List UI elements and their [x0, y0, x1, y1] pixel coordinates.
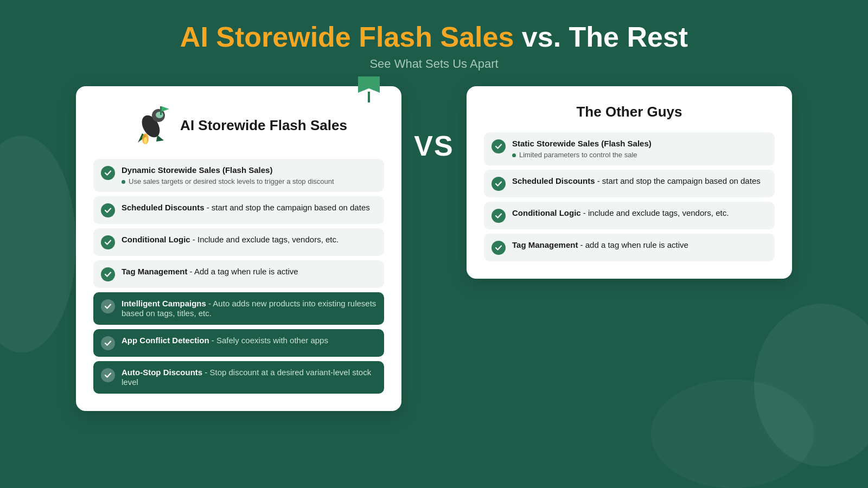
feature-title-tag-management: Tag Management - Add a tag when rule is … [122, 267, 376, 277]
feature-desc-tag-management: - Add a tag when rule is active [187, 267, 298, 276]
check-icon-conditional-logic-r [492, 209, 506, 223]
check-icon-scheduled-discounts-r [492, 177, 506, 191]
check-icon-auto-stop [101, 368, 115, 382]
feature-content-tag-management-r: Tag Management - add a tag when rule is … [512, 240, 767, 250]
feature-bold-conditional-logic: Conditional Logic [122, 235, 190, 244]
feature-content-scheduled-discounts-r: Scheduled Discounts - start and stop the… [512, 176, 767, 186]
vs-label: VS [414, 130, 454, 162]
left-card-title: AI Storewide Flash Sales [180, 117, 347, 134]
comparison-area: AI Storewide Flash Sales Dynamic Storewi… [38, 86, 830, 411]
feature-title-conditional-logic-r: Conditional Logic - include and exclude … [512, 208, 767, 218]
right-feature-list: Static Storewide Sales (Flash Sales)Limi… [484, 132, 775, 261]
check-icon-app-conflict [101, 336, 115, 350]
header: AI Storewide Flash Sales vs. The Rest Se… [180, 22, 688, 71]
feature-title-scheduled-discounts-r: Scheduled Discounts - start and stop the… [512, 176, 767, 186]
feature-title-conditional-logic: Conditional Logic - Include and exclude … [122, 235, 376, 245]
feature-sub-text-dynamic-sales: Use sales targets or desired stock level… [129, 177, 334, 185]
feature-content-auto-stop: Auto-Stop Discounts - Stop discount at a… [122, 368, 376, 387]
feature-sub-dynamic-sales: Use sales targets or desired stock level… [122, 177, 376, 185]
svg-point-8 [144, 137, 147, 144]
check-icon-intelligent-campaigns [101, 299, 115, 313]
right-card-title: The Other Guys [484, 104, 775, 120]
svg-point-4 [156, 112, 163, 118]
svg-marker-10 [162, 106, 169, 112]
check-icon-conditional-logic [101, 235, 115, 249]
feature-content-scheduled-discounts: Scheduled Discounts - start and stop the… [122, 203, 376, 213]
feature-bold-auto-stop: Auto-Stop Discounts [122, 368, 202, 377]
feature-bold-scheduled-discounts-r: Scheduled Discounts [512, 176, 595, 185]
feature-item-tag-management-r: Tag Management - add a tag when rule is … [484, 234, 775, 261]
svg-marker-1 [358, 76, 380, 93]
subtitle: See What Sets Us Apart [180, 57, 688, 71]
title-rest: vs. The Rest [514, 21, 688, 53]
check-icon-scheduled-discounts [101, 203, 115, 217]
title-brand: AI Storewide Flash Sales [180, 21, 514, 53]
feature-content-dynamic-sales: Dynamic Storewide Sales (Flash Sales)Use… [122, 165, 376, 185]
feature-item-static-sales: Static Storewide Sales (Flash Sales)Limi… [484, 132, 775, 165]
feature-bold-conditional-logic-r: Conditional Logic [512, 208, 581, 217]
feature-content-conditional-logic: Conditional Logic - Include and exclude … [122, 235, 376, 245]
feature-content-intelligent-campaigns: Intelligent Campaigns - Auto adds new pr… [122, 299, 376, 318]
feature-bold-tag-management: Tag Management [122, 267, 187, 276]
feature-sub-text-static-sales: Limited parameters to control the sale [519, 151, 637, 159]
feature-item-conditional-logic: Conditional Logic - Include and exclude … [93, 228, 384, 256]
feature-item-tag-management: Tag Management - Add a tag when rule is … [93, 260, 384, 288]
feature-content-static-sales: Static Storewide Sales (Flash Sales)Limi… [512, 139, 767, 159]
feature-bold-scheduled-discounts: Scheduled Discounts [122, 203, 205, 212]
feature-item-conditional-logic-r: Conditional Logic - include and exclude … [484, 202, 775, 229]
feature-bold-static-sales: Static Storewide Sales (Flash Sales) [512, 139, 652, 148]
svg-rect-9 [160, 106, 162, 115]
feature-title-scheduled-discounts: Scheduled Discounts - start and stop the… [122, 203, 376, 213]
svg-marker-6 [156, 135, 164, 142]
check-icon-dynamic-sales [101, 166, 115, 180]
feature-desc-app-conflict: - Safely coexists with other apps [209, 336, 328, 345]
check-icon-tag-management-r [492, 241, 506, 255]
page-wrapper: AI Storewide Flash Sales vs. The Rest Se… [0, 0, 868, 488]
check-icon-static-sales [492, 139, 506, 153]
feature-content-tag-management: Tag Management - Add a tag when rule is … [122, 267, 376, 277]
feature-bold-intelligent-campaigns: Intelligent Campaigns [122, 299, 206, 308]
feature-desc-conditional-logic-r: - include and exclude tags, vendors, etc… [581, 208, 729, 217]
feature-desc-conditional-logic: - Include and exclude tags, vendors, etc… [190, 235, 339, 244]
feature-bold-dynamic-sales: Dynamic Storewide Sales (Flash Sales) [122, 165, 272, 175]
right-card: The Other Guys Static Storewide Sales (F… [467, 86, 792, 279]
feature-item-dynamic-sales: Dynamic Storewide Sales (Flash Sales)Use… [93, 159, 384, 192]
feature-item-app-conflict: App Conflict Detection - Safely coexists… [93, 329, 384, 357]
left-card: AI Storewide Flash Sales Dynamic Storewi… [76, 86, 401, 411]
feature-title-intelligent-campaigns: Intelligent Campaigns - Auto adds new pr… [122, 299, 376, 318]
mascot-area: AI Storewide Flash Sales [93, 104, 384, 147]
feature-content-conditional-logic-r: Conditional Logic - include and exclude … [512, 208, 767, 218]
bullet-dot-static-sales [512, 153, 516, 157]
feature-item-auto-stop: Auto-Stop Discounts - Stop discount at a… [93, 361, 384, 394]
feature-item-scheduled-discounts-r: Scheduled Discounts - start and stop the… [484, 170, 775, 197]
feature-title-static-sales: Static Storewide Sales (Flash Sales) [512, 139, 767, 149]
feature-title-dynamic-sales: Dynamic Storewide Sales (Flash Sales) [122, 165, 376, 175]
feature-title-tag-management-r: Tag Management - add a tag when rule is … [512, 240, 767, 250]
bullet-dot-dynamic-sales [122, 180, 125, 184]
feature-title-auto-stop: Auto-Stop Discounts - Stop discount at a… [122, 368, 376, 387]
feature-desc-scheduled-discounts: - start and stop the campaign based on d… [205, 203, 370, 212]
feature-content-app-conflict: App Conflict Detection - Safely coexists… [122, 336, 376, 345]
mascot-icon [130, 104, 174, 147]
main-title: AI Storewide Flash Sales vs. The Rest [180, 22, 688, 53]
left-feature-list: Dynamic Storewide Sales (Flash Sales)Use… [93, 159, 384, 394]
feature-item-scheduled-discounts: Scheduled Discounts - start and stop the… [93, 196, 384, 224]
feature-item-intelligent-campaigns: Intelligent Campaigns - Auto adds new pr… [93, 292, 384, 325]
feature-bold-app-conflict: App Conflict Detection [122, 336, 209, 345]
feature-desc-scheduled-discounts-r: - start and stop the campaign based on d… [595, 176, 761, 185]
feature-sub-static-sales: Limited parameters to control the sale [512, 151, 767, 159]
check-icon-tag-management [101, 267, 115, 281]
svg-rect-0 [368, 92, 370, 102]
feature-title-app-conflict: App Conflict Detection - Safely coexists… [122, 336, 376, 345]
pin-icon [358, 76, 380, 105]
feature-bold-tag-management-r: Tag Management [512, 240, 578, 249]
feature-desc-tag-management-r: - add a tag when rule is active [578, 240, 688, 249]
vs-divider: VS [401, 130, 467, 162]
